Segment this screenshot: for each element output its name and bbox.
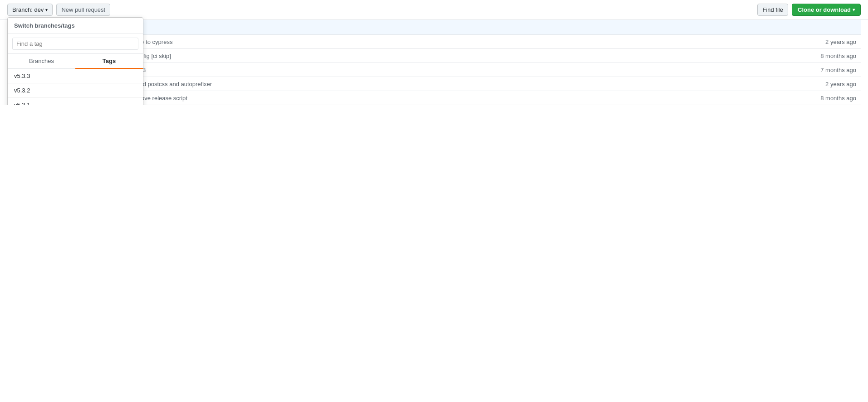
branch-label: Branch: dev <box>12 6 44 13</box>
dropdown-header: Switch branches/tags <box>8 18 143 34</box>
commit-description: chore: added postcss and autoprefixer <box>107 77 642 91</box>
time-ago: 2 years ago <box>642 35 861 49</box>
tab-branches[interactable]: Branches <box>8 54 75 68</box>
commit-description: chore: v5.3.3 <box>107 63 642 77</box>
tag-item[interactable]: v5.3.1 <box>8 98 143 105</box>
find-file-button[interactable]: Find file <box>757 4 788 16</box>
time-ago: 8 months ago <box>642 49 861 63</box>
tags-list: v5.3.3v5.3.2v5.3.1v5.3.0v5.2.0v5.1.1v5.1… <box>8 69 143 105</box>
time-ago: 7 months ago <box>642 63 861 77</box>
branch-button[interactable]: Branch: dev ▾ <box>7 4 53 16</box>
toolbar: Branch: dev ▾ New pull request Find file… <box>0 0 868 20</box>
commit-description: test: migrate to cypress <box>107 35 642 49</box>
dropdown-tabs: Branches Tags <box>8 54 143 69</box>
clone-or-download-button[interactable]: Clone or download ▾ <box>792 4 861 16</box>
time-ago: 2 years ago <box>642 77 861 91</box>
clone-label: Clone or download <box>798 6 851 13</box>
time-ago: 8 months ago <box>642 91 861 105</box>
tag-search-input[interactable] <box>12 38 138 50</box>
branch-tag-dropdown: Switch branches/tags Branches Tags v5.3.… <box>7 17 143 105</box>
tab-tags[interactable]: Tags <box>75 54 143 69</box>
dropdown-search-container <box>8 34 143 54</box>
tag-item[interactable]: v5.3.2 <box>8 83 143 98</box>
commit-description: chore: improve release script <box>107 91 642 105</box>
branch-caret: ▾ <box>45 7 48 12</box>
commit-message: Latest commit 933063f on 6 Feb <box>20 24 855 31</box>
clone-caret: ▾ <box>853 7 855 12</box>
tag-item[interactable]: v5.3.3 <box>8 69 143 83</box>
commit-description: chore: jsconfig [ci skip] <box>107 49 642 63</box>
new-pull-request-button[interactable]: New pull request <box>56 4 110 16</box>
